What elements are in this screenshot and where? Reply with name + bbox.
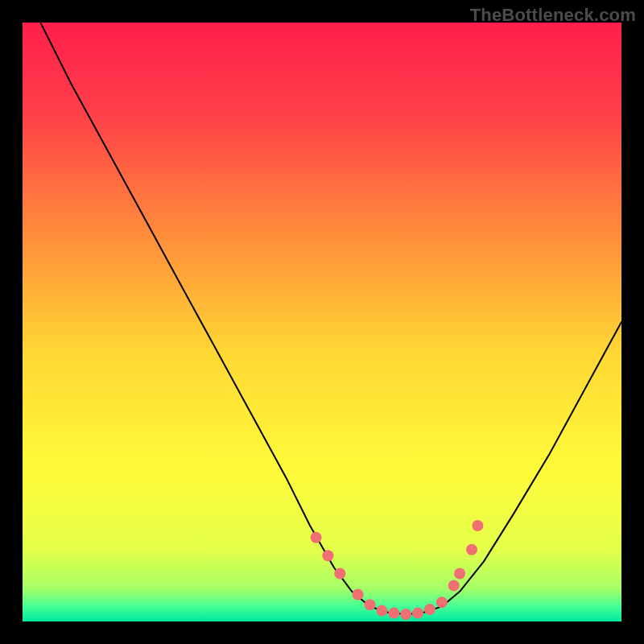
highlight-dot [466, 544, 477, 555]
highlight-dot [353, 589, 364, 601]
highlight-dot [388, 608, 399, 619]
highlight-dot [454, 568, 465, 580]
highlight-dot [412, 608, 423, 619]
highlight-dot [365, 599, 376, 610]
highlight-dot [322, 550, 333, 561]
highlight-dot [448, 580, 460, 591]
watermark-text: TheBottleneck.com [470, 5, 636, 26]
gradient-background [23, 23, 621, 621]
highlight-dot [400, 609, 411, 620]
chart-frame [23, 23, 621, 621]
highlight-dot [311, 532, 322, 543]
highlight-dot [334, 568, 345, 580]
highlight-dot [436, 597, 448, 608]
highlight-dot [376, 605, 387, 617]
highlight-dot [424, 604, 436, 615]
bottleneck-chart [23, 23, 621, 621]
highlight-dot [472, 520, 483, 531]
